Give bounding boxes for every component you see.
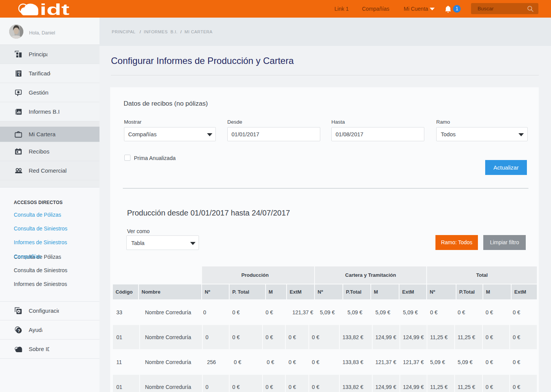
svg-text:?: ? <box>18 328 20 333</box>
svg-text:€: € <box>18 73 20 77</box>
